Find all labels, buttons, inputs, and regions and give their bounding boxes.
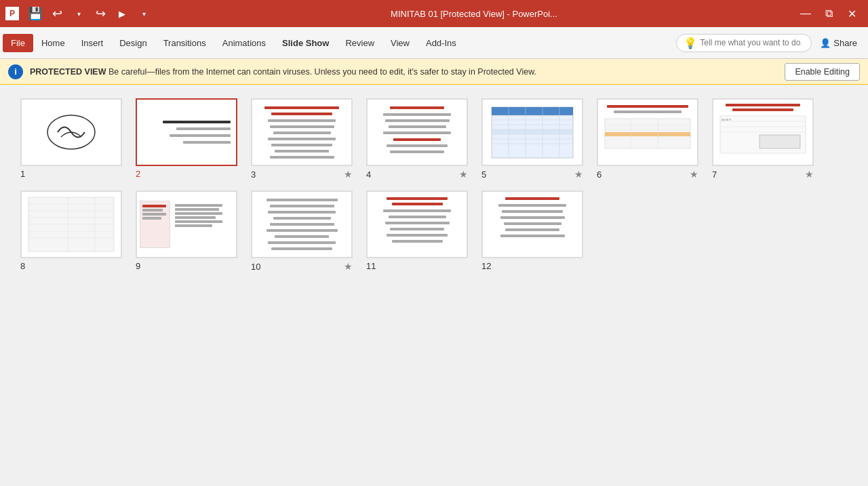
slide-meta-8: 8 xyxy=(20,261,122,271)
menu-file[interactable]: File xyxy=(3,34,33,52)
search-input[interactable] xyxy=(700,38,802,47)
redo-button[interactable]: ↪ xyxy=(91,4,110,23)
menu-animations[interactable]: Animations xyxy=(214,34,274,52)
slide-item-8[interactable]: 8 xyxy=(20,190,122,272)
title-bar: P 💾 ↩ ▾ ↪ ▶ ▾ MINITAB 01 [Protected View… xyxy=(0,0,868,27)
share-label: Share xyxy=(833,38,857,48)
slide-thumbnail-2[interactable] xyxy=(136,98,237,166)
search-box[interactable]: 💡 xyxy=(676,34,812,52)
slide-thumbnail-11[interactable] xyxy=(366,190,468,258)
svg-rect-16 xyxy=(605,132,690,136)
slide-item-2[interactable]: 2 xyxy=(136,98,237,180)
menu-insert[interactable]: Insert xyxy=(73,34,112,52)
slide-thumbnail-1[interactable] xyxy=(20,98,122,166)
slide-number-6: 6 xyxy=(597,169,609,180)
star-icon-3: ★ xyxy=(344,169,353,180)
title-bar-left: P 💾 ↩ ▾ ↪ ▶ ▾ xyxy=(5,4,153,23)
slide-number-11: 11 xyxy=(366,261,378,271)
slide-number-1: 1 xyxy=(20,169,33,179)
slide-item-12[interactable]: 12 xyxy=(481,190,583,272)
slide-item-9[interactable]: 9 xyxy=(136,190,237,272)
slide-number-2: 2 xyxy=(136,169,148,179)
menu-view[interactable]: View xyxy=(382,34,418,52)
slide-meta-10: 10 ★ xyxy=(251,261,353,272)
undo-dropdown[interactable]: ▾ xyxy=(69,4,88,23)
slide-number-12: 12 xyxy=(481,261,494,271)
menu-transitions[interactable]: Transitions xyxy=(155,34,214,52)
slide-thumbnail-10[interactable] xyxy=(251,190,353,258)
slide-item-3[interactable]: 3 ★ xyxy=(251,98,353,180)
slide-item-10[interactable]: 10 ★ xyxy=(251,190,353,272)
save-button[interactable]: 💾 xyxy=(26,4,45,23)
menu-bar: File Home Insert Design Transitions Anim… xyxy=(0,27,868,58)
share-button[interactable]: 👤 Share xyxy=(812,34,865,52)
ribbon: File Home Insert Design Transitions Anim… xyxy=(0,27,868,59)
slide-item-1[interactable]: 1 xyxy=(20,98,122,180)
present-dropdown[interactable]: ▾ xyxy=(134,4,153,23)
slide-thumbnail-4[interactable] xyxy=(366,98,468,166)
protected-message: PROTECTED VIEW Be careful—files from the… xyxy=(30,67,778,77)
slide-number-7: 7 xyxy=(712,169,724,180)
slide-grid-container: 1 2 xyxy=(0,85,868,486)
menu-review[interactable]: Review xyxy=(337,34,382,52)
svg-rect-14 xyxy=(492,129,573,134)
undo-button[interactable]: ↩ xyxy=(47,4,66,23)
info-icon: i xyxy=(8,64,23,79)
slide-number-10: 10 xyxy=(251,262,263,272)
enable-editing-button[interactable]: Enable Editing xyxy=(785,63,860,81)
svg-text:24.56 !!!: 24.56 !!! xyxy=(722,118,731,121)
protected-view-label: PROTECTED VIEW xyxy=(30,67,106,77)
slide-meta-11: 11 xyxy=(366,261,468,271)
slide-number-5: 5 xyxy=(481,169,494,180)
star-icon-4: ★ xyxy=(459,169,468,180)
close-button[interactable]: ✕ xyxy=(841,4,863,23)
slide-item-7[interactable]: 24.56 !!! 7 ★ xyxy=(712,98,814,180)
slide-thumbnail-3[interactable] xyxy=(251,98,353,166)
slide-number-9: 9 xyxy=(136,261,148,271)
slide-number-8: 8 xyxy=(20,261,33,271)
slide-meta-5: 5 ★ xyxy=(481,169,583,180)
window-controls: — ⧉ ✕ xyxy=(795,4,863,23)
slide-meta-1: 1 xyxy=(20,169,122,179)
present-button[interactable]: ▶ xyxy=(113,4,132,23)
menu-home[interactable]: Home xyxy=(33,34,73,52)
star-icon-5: ★ xyxy=(574,169,583,180)
menu-design[interactable]: Design xyxy=(111,34,155,52)
app-icon: P xyxy=(5,7,19,20)
slide-thumbnail-6[interactable] xyxy=(597,98,698,166)
star-icon-7: ★ xyxy=(805,169,814,180)
protected-view-bar: i PROTECTED VIEW Be careful—files from t… xyxy=(0,59,868,85)
slide-meta-9: 9 xyxy=(136,261,237,271)
slides-grid: 1 2 xyxy=(20,98,848,272)
minimize-button[interactable]: — xyxy=(795,4,816,23)
slide-meta-7: 7 ★ xyxy=(712,169,814,180)
svg-rect-2 xyxy=(492,107,573,115)
slide-meta-2: 2 xyxy=(136,169,237,179)
protected-description: Be careful—files from the Internet can c… xyxy=(108,67,536,77)
svg-rect-27 xyxy=(760,135,800,148)
restore-button[interactable]: ⧉ xyxy=(818,4,840,23)
slide-item-4[interactable]: 4 ★ xyxy=(366,98,468,180)
star-icon-10: ★ xyxy=(344,261,353,272)
slide-item-11[interactable]: 11 xyxy=(366,190,468,272)
slide-item-5[interactable]: 5 ★ xyxy=(481,98,583,180)
slide-meta-3: 3 ★ xyxy=(251,169,353,180)
search-icon: 💡 xyxy=(684,37,697,49)
star-icon-6: ★ xyxy=(690,169,698,180)
user-icon: 👤 xyxy=(820,38,831,48)
slide-meta-12: 12 xyxy=(481,261,583,271)
slide-number-4: 4 xyxy=(366,169,378,180)
slide-meta-6: 6 ★ xyxy=(597,169,698,180)
slide-thumbnail-7[interactable]: 24.56 !!! xyxy=(712,98,814,166)
slide-thumbnail-9[interactable] xyxy=(136,190,237,258)
slide-thumbnail-8[interactable] xyxy=(20,190,122,258)
slide-thumbnail-5[interactable] xyxy=(481,98,583,166)
menu-slideshow[interactable]: Slide Show xyxy=(274,34,337,52)
slide-meta-4: 4 ★ xyxy=(366,169,468,180)
slide-number-3: 3 xyxy=(251,169,263,180)
window-title: MINITAB 01 [Protected View] - PowerPoi..… xyxy=(153,9,795,19)
menu-addins[interactable]: Add-Ins xyxy=(418,34,465,52)
slide-thumbnail-12[interactable] xyxy=(481,190,583,258)
slide-item-6[interactable]: 6 ★ xyxy=(597,98,698,180)
